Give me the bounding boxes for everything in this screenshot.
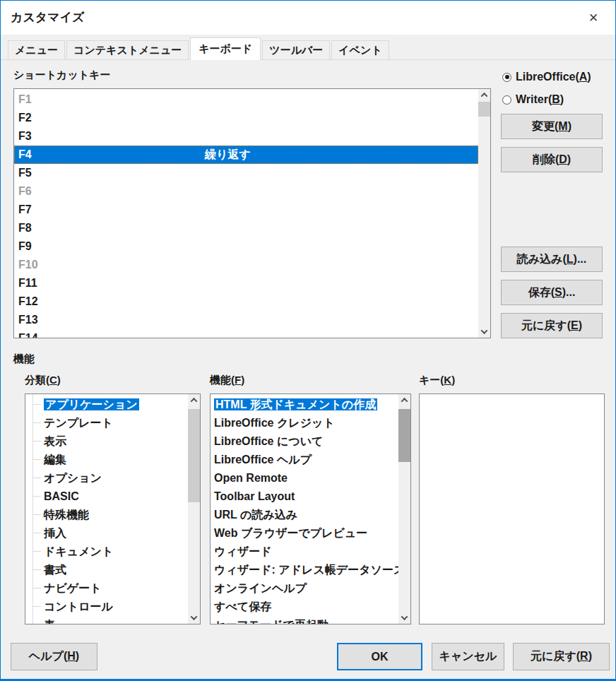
reset-button-side[interactable]: 元に戻す(E) bbox=[501, 313, 603, 338]
category-item[interactable]: ドキュメント bbox=[25, 543, 200, 561]
modify-button[interactable]: 変更(M) bbox=[501, 114, 603, 139]
tab-strip: メニュー コンテキストメニュー キーボード ツールバー イベント bbox=[8, 37, 391, 60]
scroll-down-icon[interactable] bbox=[398, 612, 410, 624]
category-item-label: 表示 bbox=[44, 435, 66, 447]
category-item-label: 表 bbox=[44, 619, 55, 624]
function-column-label: 機能(F) bbox=[210, 374, 244, 387]
scrollbar-thumb[interactable] bbox=[188, 409, 200, 502]
category-item[interactable]: 挿入 bbox=[25, 524, 200, 543]
shortcut-row[interactable]: F10 bbox=[14, 256, 478, 274]
keys-column-label: キー(K) bbox=[419, 374, 455, 387]
shortcut-row[interactable]: F1 bbox=[14, 90, 478, 109]
shortcut-row[interactable]: F2 bbox=[14, 109, 478, 127]
help-button[interactable]: ヘルプ(H) bbox=[11, 643, 97, 670]
radio-writer[interactable]: Writer(B) bbox=[502, 93, 564, 106]
function-item[interactable]: すべて保存 bbox=[211, 598, 410, 616]
shortcut-action: 繰り返す bbox=[205, 146, 251, 164]
title-bar: カスタマイズ ✕ bbox=[1, 1, 615, 35]
delete-button[interactable]: 削除(D) bbox=[501, 147, 603, 172]
shortcut-row[interactable]: F4繰り返す bbox=[14, 146, 478, 164]
category-item[interactable]: 編集 bbox=[25, 451, 200, 469]
ok-button[interactable]: OK bbox=[337, 643, 422, 670]
shortcut-row[interactable]: F3 bbox=[14, 127, 478, 146]
tree-guide-line bbox=[32, 570, 41, 588]
category-item[interactable]: BASIC bbox=[25, 487, 200, 506]
shortcut-key: F9 bbox=[18, 240, 32, 252]
shortcut-row[interactable]: F9 bbox=[14, 237, 478, 256]
tab-events[interactable]: イベント bbox=[331, 40, 389, 60]
category-item[interactable]: コントロール bbox=[25, 598, 200, 616]
radio-libreoffice[interactable]: LibreOffice(A) bbox=[502, 71, 591, 83]
category-item[interactable]: テンプレート bbox=[25, 414, 200, 432]
category-item-label: ドキュメント bbox=[44, 545, 113, 557]
function-item[interactable]: LibreOffice について bbox=[211, 432, 410, 451]
scroll-down-icon[interactable] bbox=[478, 326, 490, 338]
function-item[interactable]: ウィザード: アドレス帳データソース bbox=[211, 561, 410, 579]
shortcut-row[interactable]: F12 bbox=[14, 292, 478, 311]
function-item-label: オンラインヘルプ bbox=[214, 582, 307, 594]
function-list[interactable]: HTML 形式ドキュメントの作成LibreOffice クレジットLibreOf… bbox=[210, 393, 411, 624]
function-item[interactable]: オンラインヘルプ bbox=[211, 579, 410, 598]
shortcut-row[interactable]: F11 bbox=[14, 274, 478, 292]
shortcut-row[interactable]: F6 bbox=[14, 182, 478, 201]
tree-guide-line bbox=[32, 552, 41, 570]
function-item[interactable]: Web ブラウザーでプレビュー bbox=[211, 524, 410, 543]
category-item[interactable]: ナビゲート bbox=[25, 579, 200, 598]
tree-guide-line bbox=[32, 497, 41, 515]
shortcut-row[interactable]: F7 bbox=[14, 201, 478, 219]
tab-toolbars[interactable]: ツールバー bbox=[262, 40, 330, 60]
scrollbar-thumb[interactable] bbox=[478, 102, 490, 117]
function-item-label: Web ブラウザーでプレビュー bbox=[214, 527, 367, 539]
function-item-label: URL の読み込み bbox=[214, 509, 297, 521]
load-button[interactable]: 読み込み(L)... bbox=[501, 247, 603, 272]
category-item[interactable]: 表示 bbox=[25, 432, 200, 451]
scroll-up-icon[interactable] bbox=[478, 89, 490, 101]
function-list-scrollbar[interactable] bbox=[398, 394, 410, 624]
shortcut-key-list[interactable]: F1F2F3F4繰り返すF5F6F7F8F9F10F11F12F13F14 bbox=[13, 88, 491, 338]
scroll-down-icon[interactable] bbox=[188, 612, 200, 624]
category-list[interactable]: アプリケーションテンプレート表示編集オプションBASIC特殊機能挿入ドキュメント… bbox=[25, 393, 201, 624]
shortcut-key: F7 bbox=[18, 203, 32, 215]
function-item[interactable]: URL の読み込み bbox=[211, 506, 410, 524]
shortcut-keys-label: ショートカットキー bbox=[13, 69, 110, 82]
keys-list[interactable] bbox=[419, 393, 605, 624]
function-item[interactable]: LibreOffice ヘルプ bbox=[211, 451, 410, 469]
dialog-title: カスタマイズ bbox=[11, 9, 84, 25]
category-item-label: ナビゲート bbox=[44, 582, 102, 594]
shortcut-row[interactable]: F8 bbox=[14, 219, 478, 237]
save-button[interactable]: 保存(S)... bbox=[501, 280, 603, 305]
function-item[interactable]: セーフモードで再起動 bbox=[211, 616, 410, 624]
function-item[interactable]: HTML 形式ドキュメントの作成 bbox=[211, 396, 410, 414]
category-item[interactable]: 書式 bbox=[25, 561, 200, 579]
shortcut-row[interactable]: F14 bbox=[14, 329, 478, 338]
close-button[interactable]: ✕ bbox=[583, 8, 604, 28]
shortcut-list-scrollbar[interactable] bbox=[478, 89, 490, 338]
category-list-scrollbar[interactable] bbox=[188, 394, 200, 624]
functions-group-label: 機能 bbox=[13, 353, 35, 366]
tab-menus[interactable]: メニュー bbox=[8, 40, 65, 60]
category-item-label: BASIC bbox=[44, 490, 79, 502]
category-item[interactable]: オプション bbox=[25, 469, 200, 487]
shortcut-row[interactable]: F13 bbox=[14, 311, 478, 329]
category-item[interactable]: アプリケーション bbox=[25, 396, 200, 414]
scroll-up-icon[interactable] bbox=[398, 394, 410, 406]
function-item[interactable]: LibreOffice クレジット bbox=[211, 414, 410, 432]
tab-keyboard[interactable]: キーボード bbox=[190, 37, 261, 60]
function-item[interactable]: Open Remote bbox=[211, 469, 410, 487]
shortcut-key: F8 bbox=[18, 222, 32, 234]
category-item-label: 編集 bbox=[44, 454, 66, 466]
function-item[interactable]: Toolbar Layout bbox=[211, 487, 410, 506]
reset-button-footer[interactable]: 元に戻す(R) bbox=[513, 643, 610, 670]
shortcut-key: F6 bbox=[18, 185, 32, 197]
cancel-button[interactable]: キャンセル bbox=[432, 643, 504, 670]
category-item[interactable]: 表 bbox=[25, 616, 200, 624]
category-item[interactable]: 特殊機能 bbox=[25, 506, 200, 524]
radio-writer-label: Writer(B) bbox=[516, 93, 564, 106]
tab-context-menus[interactable]: コンテキストメニュー bbox=[66, 40, 189, 60]
function-item[interactable]: ウィザード bbox=[211, 543, 410, 561]
shortcut-key: F2 bbox=[18, 112, 32, 124]
scroll-up-icon[interactable] bbox=[188, 394, 200, 406]
shortcut-row[interactable]: F5 bbox=[14, 164, 478, 182]
scrollbar-thumb[interactable] bbox=[398, 409, 410, 462]
category-items: アプリケーションテンプレート表示編集オプションBASIC特殊機能挿入ドキュメント… bbox=[25, 396, 200, 624]
